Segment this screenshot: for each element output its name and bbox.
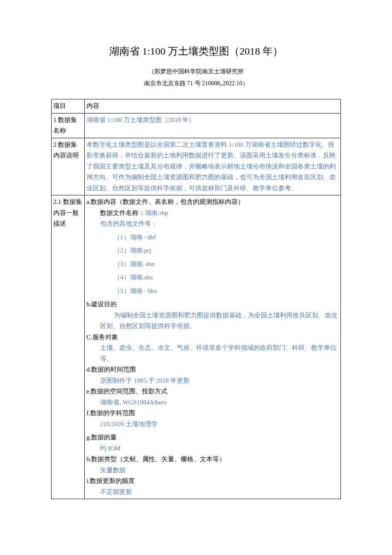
metadata-table: 项目 内容 1 数据集名称 湖南省 1:100 万土壤类型图（2018 年） 2… bbox=[51, 99, 341, 499]
section-i-head: i.数据更新的频度 bbox=[86, 476, 339, 487]
section-c-text: 土壤、农业、生态、水文、气候、环境等多个学科领域的政府部门、科研、教学单位等。 bbox=[86, 343, 339, 364]
file-label: 数据文件名称： bbox=[100, 209, 145, 216]
dataset-description: 本数字化土壤类型图是以全国第二次土壤普查资料 1:100 万湖南省土壤图经过数字… bbox=[86, 141, 336, 192]
author-line: （郑梦思中国科学院南京土壤研究所 bbox=[51, 67, 341, 77]
document-title: 湖南省 1:100 万土壤类型图（2018 年） bbox=[51, 43, 341, 60]
row1-label: 1 数据集名称 bbox=[52, 113, 85, 138]
row2-label: 2 数据集内容说明 bbox=[52, 138, 85, 195]
other-files-label: 包含的其他文件有： bbox=[86, 218, 339, 230]
table-row: 2 数据集内容说明 本数字化土壤类型图是以全国第二次土壤普查资料 1:100 万… bbox=[52, 138, 341, 195]
section-e-text: 湖南省, WGS1984Albers bbox=[86, 397, 339, 408]
section-f-head: f.数据的学科范围 bbox=[86, 408, 339, 419]
file-item: （5）湖南 · Shx bbox=[86, 286, 339, 297]
file-item: （2）湖南.prj bbox=[86, 245, 339, 256]
section-d-head: d.数据的时间范围 bbox=[86, 364, 339, 375]
section-h-text: 矢量数据 bbox=[86, 465, 339, 476]
section-b-head: b.建设目的 bbox=[86, 299, 339, 310]
file-name-line: 数据文件名称：湖南.shp bbox=[86, 208, 339, 219]
section-c-head: C.服务对象 bbox=[86, 332, 339, 343]
address-line: 南京市北京东路 71 号 210008,,2022.10） bbox=[51, 78, 341, 89]
file-item: （1）湖南 · dbf bbox=[86, 232, 339, 243]
section-a-head: a.数据内容（数据文件、表名称，包含的观测指标内容） bbox=[86, 197, 339, 208]
file-item: （4）湖南.sbx bbox=[86, 272, 339, 283]
section-f-text: 210.5020 土壤地理学 bbox=[86, 419, 339, 430]
table-row: 1 数据集名称 湖南省 1:100 万土壤类型图（2018 年） bbox=[52, 113, 341, 138]
section-h-head: h.数据类型（文献、属性、矢量、栅格、文本等） bbox=[86, 454, 339, 465]
dataset-name-link[interactable]: 湖南省 1:100 万土壤类型图（2018 年） bbox=[86, 116, 195, 123]
section-b-text: 为编制全国土壤资源图和肥力图提供数据基础，为全国土壤利用改良区划、农业区划、自然… bbox=[86, 310, 339, 332]
section-d-text: 原图制作于 1985,于 2018 年更新 bbox=[86, 375, 339, 386]
section-g-text: 约 IOM bbox=[86, 443, 339, 454]
file-name: 湖南.shp bbox=[145, 209, 168, 216]
section-i-text: 不定期更新 bbox=[86, 487, 339, 498]
file-item: （3）湖南. sbn bbox=[86, 259, 339, 270]
header-col2: 内容 bbox=[85, 99, 341, 113]
header-col1: 项目 bbox=[52, 99, 85, 113]
section-e-head: e.数据的空间范围、投影方式 bbox=[86, 386, 339, 397]
header-row: 项目 内容 bbox=[52, 99, 341, 113]
row2-value: 本数字化土壤类型图是以全国第二次土壤普查资料 1:100 万湖南省土壤图经过数字… bbox=[85, 138, 341, 195]
row1-value: 湖南省 1:100 万土壤类型图（2018 年） bbox=[85, 113, 341, 138]
table-row: 2.1 数据集内容一般描述 a.数据内容（数据文件、表名称，包含的观测指标内容）… bbox=[52, 195, 341, 499]
row3-value: a.数据内容（数据文件、表名称，包含的观测指标内容） 数据文件名称：湖南.shp… bbox=[85, 195, 341, 499]
section-g-head: g.数据的量 bbox=[86, 432, 339, 443]
row3-label: 2.1 数据集内容一般描述 bbox=[52, 195, 85, 499]
